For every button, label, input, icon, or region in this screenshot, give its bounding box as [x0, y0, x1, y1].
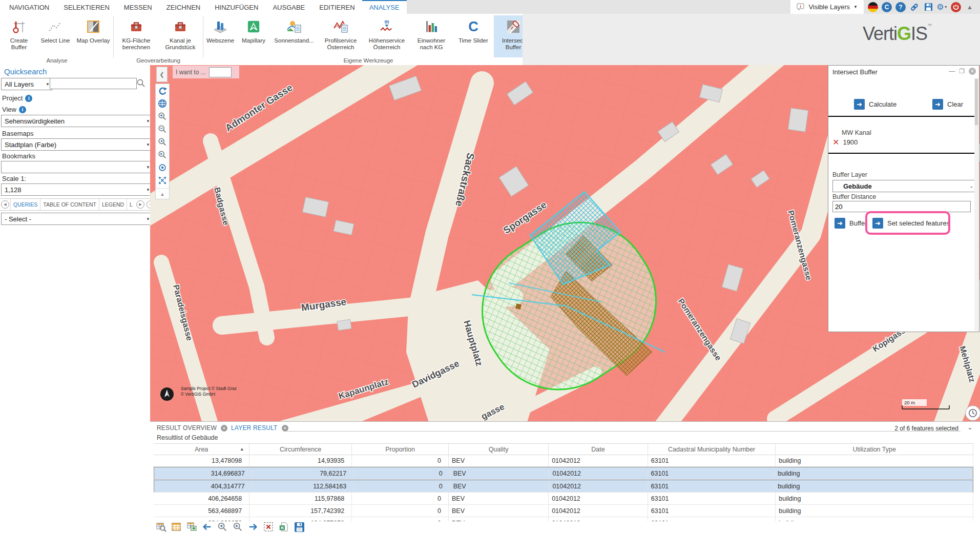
menu-item-selektieren[interactable]: SELEKTIEREN [56, 0, 117, 14]
i-want-to-widget[interactable]: I want to ... [173, 66, 239, 78]
info-icon[interactable]: i [19, 106, 26, 113]
close-tab-icon[interactable]: ✕ [221, 425, 227, 432]
tabs-scroll-right-icon[interactable]: ▶ [136, 200, 144, 209]
tool-time-slider[interactable]: C Time Slider [453, 15, 494, 57]
help-icon[interactable]: ? [895, 2, 906, 12]
buffer-distance-input[interactable] [832, 201, 971, 212]
tool-create-buffer[interactable]: Create Buffer [1, 15, 37, 57]
next-extent-icon[interactable] [157, 150, 168, 160]
zoom-out-icon[interactable] [157, 124, 168, 134]
tool-hoehenservice[interactable]: m Höhenservice Österreich [364, 15, 410, 57]
zoom-in-icon[interactable] [157, 111, 168, 121]
table-row[interactable]: 13,47809814,939350BEV0104201263101buildi… [154, 455, 973, 467]
buffer-button[interactable]: ➜ Buffer [835, 218, 867, 229]
full-extent-icon[interactable] [157, 175, 168, 186]
search-input[interactable] [50, 78, 137, 89]
save-results-icon[interactable] [294, 521, 305, 532]
visible-layers-control[interactable]: i Visible Layers ▼ [790, 0, 864, 14]
scale-dropdown[interactable]: 1,128▼ [1, 183, 153, 196]
panel-scrollbar[interactable] [974, 78, 978, 331]
menu-item-analyse[interactable]: ANALYSE [362, 0, 407, 14]
remove-feature-icon[interactable]: ✕ [832, 137, 839, 147]
search-icon[interactable] [136, 78, 145, 90]
i-want-to-input[interactable] [209, 67, 232, 77]
refresh-icon[interactable] [157, 86, 168, 96]
table-cell: 63101 [648, 470, 775, 477]
language-flag-icon[interactable] [868, 2, 878, 12]
tool-einwohner[interactable]: Einwohner nach KG [410, 15, 453, 57]
menu-item-ausgabe[interactable]: AUSGABE [265, 0, 312, 14]
collapse-ribbon-icon[interactable]: ▲ [965, 2, 975, 12]
table-row[interactable]: 563,468897157,7423920BEV0104201263101bui… [154, 505, 973, 517]
sidebar-collapse-button[interactable]: ❮ [156, 67, 168, 82]
share-link-icon[interactable] [909, 2, 920, 12]
previous-extent-icon[interactable] [157, 137, 168, 147]
search-layers-dropdown[interactable]: All Layers▼ [1, 78, 52, 90]
save-icon[interactable] [923, 2, 933, 12]
basemap-dropdown[interactable]: Stadtplan (Farbe)▼ [1, 138, 153, 151]
column-header-proportion[interactable]: Proportion [352, 444, 449, 455]
tool-sonnenstand[interactable]: Sonnenstand... [270, 15, 318, 57]
zoom-to-result-icon[interactable] [155, 521, 166, 532]
tab-result-overview[interactable]: RESULT OVERVIEW ✕ [157, 424, 227, 432]
tool-mapillary[interactable]: Mapillary [237, 15, 270, 57]
tool-kg-flaeche[interactable]: KG-Fläche berechnen [114, 15, 158, 57]
zoom-next-icon[interactable] [232, 521, 243, 532]
column-header-quality[interactable]: Quality [449, 444, 549, 455]
menu-item-navigation[interactable]: NAVIGATION [2, 0, 56, 14]
column-header-date[interactable]: Date [549, 444, 648, 455]
close-tab-icon[interactable]: ✕ [282, 425, 288, 432]
sidebar-tab-l[interactable]: L [127, 199, 135, 210]
target-location-icon[interactable] [157, 162, 168, 173]
query-dropdown[interactable]: - Select -▼ [1, 213, 153, 225]
chevron-down-icon: ▼ [853, 5, 858, 9]
table-row[interactable]: 314,69683779,622170BEV0104201263101build… [154, 467, 973, 480]
clear-selection-icon[interactable] [263, 521, 274, 532]
tool-kanal-je-grundstueck[interactable]: Kanal je Grundstück [158, 15, 202, 57]
table-row[interactable]: 406,264658115,978680BEV0104201263101buil… [154, 493, 973, 505]
collapse-results-icon[interactable]: ⌄ [967, 423, 973, 431]
info-icon[interactable]: i [25, 95, 32, 102]
close-icon[interactable]: ✕ [969, 68, 976, 75]
buffer-layer-dropdown[interactable]: Gebäude⌄ [832, 180, 976, 192]
column-header-circumference[interactable]: Circumference [249, 444, 352, 455]
add-to-results-icon[interactable] [186, 521, 197, 532]
show-table-icon[interactable] [171, 521, 182, 532]
tool-webszene[interactable]: Webszene [204, 15, 237, 57]
settings-gear-icon[interactable]: ⚙▼ [937, 2, 947, 12]
globe-icon[interactable] [157, 98, 168, 109]
next-page-icon[interactable] [247, 521, 259, 532]
previous-page-icon[interactable] [201, 521, 213, 532]
sign-out-power-icon[interactable] [951, 2, 961, 12]
tool-select-line[interactable]: Select Line [37, 15, 74, 57]
menu-item-zeichnen[interactable]: ZEICHNEN [159, 0, 207, 14]
table-row[interactable]: 934,898653134,9772730BEV0104201263101bui… [154, 517, 973, 521]
tabs-scroll-left-icon[interactable]: ◀ [1, 200, 9, 209]
tool-profilservice[interactable]: Profilservice Österreich [318, 15, 364, 57]
minimize-icon[interactable]: — [949, 68, 955, 75]
tool-map-overlay[interactable]: Map Overlay [74, 15, 113, 57]
zoom-previous-icon[interactable] [217, 521, 228, 532]
toolbar-collapse-icon[interactable]: ▲ [157, 191, 168, 197]
tab-layer-result[interactable]: LAYER RESULT ✕ [231, 424, 288, 432]
calculate-button[interactable]: ➜ Calculate [854, 99, 896, 110]
table-row[interactable]: 404,314777112,5841630BEV0104201263101bui… [154, 480, 973, 493]
sidebar-tab-queries[interactable]: QUERIES [10, 199, 40, 210]
column-header-cadastral-municipality-number[interactable]: Cadastral Municipality Number [648, 444, 776, 455]
restore-icon[interactable]: ❐ [959, 68, 965, 75]
geocortex-icon[interactable]: C [882, 2, 892, 12]
sidebar-tab-legend[interactable]: LEGEND [99, 199, 127, 210]
menu-item-hinzufügen[interactable]: HINZUFÜGEN [207, 0, 265, 14]
menu-item-editieren[interactable]: EDITIEREN [312, 0, 362, 14]
sidebar-tab-table-of-content[interactable]: TABLE OF CONTENT [40, 199, 99, 210]
history-clock-button[interactable] [965, 405, 980, 421]
bookmarks-dropdown[interactable]: ▼ [1, 161, 153, 173]
view-dropdown[interactable]: Sehenswürdigkeiten▼ [1, 115, 153, 127]
export-excel-icon[interactable] [278, 521, 289, 532]
ribbon-group-geoverarbeitung: KG-Fläche berechnen Kanal je Grundstück … [114, 14, 202, 65]
menu-item-messen[interactable]: MESSEN [117, 0, 159, 14]
column-header-utilization-type[interactable]: Utilization Type [776, 444, 973, 455]
clear-button[interactable]: ➜ Clear [932, 99, 963, 110]
separator [828, 116, 976, 117]
column-header-area[interactable]: Area▲ [154, 444, 249, 455]
